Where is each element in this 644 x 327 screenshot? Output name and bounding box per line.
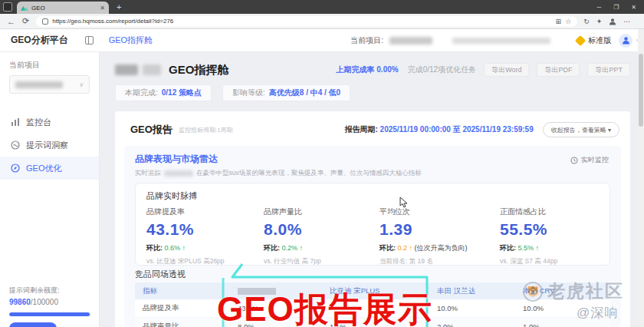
metric-positive-sentiment: 正面情感占比 55.5% 环比: 5.5% ↑ vs. 深蓝 S7 高 44pp (500, 206, 622, 266)
project-select-value-blurred (15, 81, 63, 88)
red-watermark-text: GEO报告展示 (217, 287, 432, 327)
current-project-label: 当前项目: (350, 35, 383, 46)
refresh-icon[interactable]: ⟳ (22, 16, 29, 26)
sidebar-item-prompt-insight[interactable]: 提示词洞察 (0, 134, 99, 157)
nav-geo-cockpit[interactable]: GEO指挥舱 (109, 35, 153, 46)
quota-button-partial[interactable] (9, 322, 57, 327)
sidebar-item-monitor[interactable]: 监控台 (0, 111, 99, 134)
export-word-button[interactable]: 导出Word (484, 63, 529, 77)
chevron-down-icon: ∨ (79, 81, 84, 88)
plan-badge: 标准版 (577, 35, 611, 46)
pulse-title: 品牌实时脉搏 (146, 190, 610, 202)
sidebar-collapse-icon[interactable] (85, 36, 94, 45)
tiger-icon: 🐯 (523, 282, 543, 302)
tab-search-icon[interactable] (3, 2, 12, 12)
mouse-cursor (399, 197, 409, 209)
brand-name-blurred-3 (164, 170, 193, 177)
current-project-value-blurred (389, 37, 432, 45)
tab-title: GEO (31, 5, 97, 12)
author-watermark: @深响 (577, 304, 618, 322)
browser-tabbar: GEO ✕ + ─ ❐ ✕ (0, 0, 644, 14)
report-subtitle: 监控指标周期:1周期 (179, 126, 233, 134)
project-select[interactable]: ∨ (9, 75, 90, 94)
bar-chart-icon (11, 117, 20, 127)
report-period-value: 2025/11/19 00:00:00 至 2025/11/19 23:59:5… (380, 125, 534, 134)
window-minimize-icon[interactable]: ─ (596, 4, 601, 11)
report-period-label: 报告周期: (344, 125, 377, 134)
app-header: GEO分析平台 GEO指挥舱 当前项目: 标准版 › (0, 29, 644, 52)
browser-urlbar: ← ⟳ https://geo.hqmoss.com/report/detail… (0, 14, 644, 29)
tiger-community-watermark: 🐯 老虎社区 (523, 279, 624, 303)
gold-gem-icon (575, 35, 586, 45)
quota-numbers: 99860/100000 (9, 298, 90, 306)
radar-description: 实时追踪 在豪华中型suv场景的曝光表现，聚焦提及率、声量、位次与情感四大核心指… (135, 169, 610, 178)
insight-icon (11, 140, 20, 150)
compass-icon (11, 164, 20, 173)
sidebar-item-label: GEO优化 (26, 163, 61, 174)
project-meta-blurred (452, 38, 550, 44)
sidebar-project-label: 当前项目 (9, 60, 99, 71)
sidebar-item-geo-optimize[interactable]: GEO优化 (0, 157, 99, 180)
clock-icon (570, 157, 578, 164)
url-text: https://geo.hqmoss.com/report/detail?id=… (52, 18, 551, 25)
rewards-icon[interactable]: ✦ (596, 18, 603, 25)
brand-name-blurred (115, 64, 138, 75)
platform-title: GEO分析平台 (11, 34, 68, 47)
screenshot-stage: GEO ✕ + ─ ❐ ✕ ← ⟳ https://geo.hqmoss.com… (0, 0, 644, 327)
bookmark-star-icon[interactable]: ☆ (565, 18, 571, 25)
prev-period-rate: 上期完成率 0.00% (337, 64, 399, 75)
report-title: GEO报告 (130, 123, 172, 137)
quota-progress-fill (9, 312, 90, 316)
user-avatar[interactable] (619, 34, 632, 48)
collapse-report-button[interactable]: 收起报告，查看策略 ▾ (543, 122, 619, 137)
brand-pulse-card: 品牌实时脉搏 品牌提及率 43.1% 环比: 0.6% ↑ vs. 比亚迪 宋P… (135, 183, 610, 266)
realtime-monitor-button[interactable]: 实时监控 (570, 155, 609, 165)
sidebar-item-label: 提示词洞察 (26, 140, 68, 151)
tab-close-icon[interactable]: ✕ (100, 5, 105, 12)
chip-impact-level: 影响等级: 高优先级8 / 中4 / 低0 (222, 84, 350, 101)
chip-current-progress: 本期完成: 0/12 策略点 (115, 84, 212, 101)
competitor-section-title: 竞品同场透视 (135, 269, 186, 280)
browser-tab[interactable]: GEO ✕ (17, 2, 109, 14)
quota-label: 提示词剩余额度: (9, 286, 90, 296)
site-info-icon[interactable] (42, 18, 48, 25)
profile-icon[interactable] (609, 18, 616, 25)
metric-mention-rate: 品牌提及率 43.1% 环比: 0.6% ↑ vs. 比亚迪 宋PLUS 高26… (146, 206, 264, 266)
browser-menu-icon[interactable]: ⋯ (623, 18, 630, 25)
metric-avg-rank: 平均位次 1.39 环比: 0.2 ↑ (位次升高为负向) 当前排名: 第 19… (380, 206, 500, 266)
window-maximize-icon[interactable]: ❐ (613, 4, 619, 11)
sync-icon[interactable]: ↻ (583, 18, 590, 25)
side-panel-icon[interactable]: ⊞ (556, 18, 562, 25)
window-close-icon[interactable]: ✕ (631, 4, 636, 11)
export-ppt-button[interactable]: 导出PPT (587, 63, 630, 77)
metric-voice-share: 品牌声量比 8.0% 环比: 0.2% ↑ vs. 行业均值 高 7pp (264, 206, 380, 266)
site-favicon-icon (21, 5, 28, 11)
back-icon[interactable]: ← (7, 17, 15, 26)
address-bar[interactable]: https://geo.hqmoss.com/report/detail?id=… (36, 16, 577, 27)
sidebar: 当前项目 ∨ 监控台 提示词洞察 GEO优化 提示词剩余额度: 99860/10… (0, 52, 100, 327)
radar-section-title: 品牌表现与市场雷达 (135, 153, 610, 166)
export-pdf-button[interactable]: 导出PDF (537, 63, 580, 77)
quota-progress-bar (9, 312, 90, 316)
page-scrollbar-thumb[interactable] (639, 54, 643, 127)
sidebar-item-label: 监控台 (26, 117, 51, 128)
new-tab-icon[interactable]: + (117, 2, 121, 12)
quota-block: 提示词剩余额度: 99860/100000 (9, 286, 90, 327)
page-title: GEO指挥舱 (169, 63, 228, 78)
task-progress-text: 完成0/12项优化任务 (408, 64, 476, 75)
brand-name-blurred-2 (143, 64, 161, 75)
